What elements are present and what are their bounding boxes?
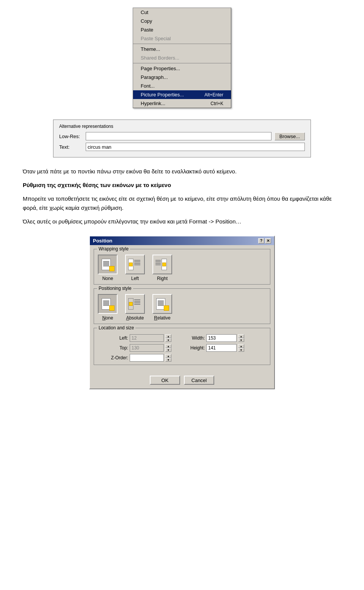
dialog-help-button[interactable]: ? — [258, 238, 264, 244]
menu-item-paste[interactable]: Paste — [133, 25, 231, 34]
pos-abs-img — [128, 298, 133, 310]
height-spinner[interactable]: ▲ ▼ — [238, 344, 249, 352]
ok-button[interactable]: OK — [150, 376, 180, 385]
top-label: Top: — [98, 345, 128, 351]
menu-item-cut[interactable]: Cut — [133, 8, 231, 17]
menu-picture-props-label: Picture Properties... — [141, 92, 184, 98]
context-menu-container: Cut Copy Paste Paste Special Theme... Sh… — [8, 8, 356, 108]
width-input[interactable] — [206, 334, 237, 342]
zorder-down[interactable]: ▼ — [165, 358, 171, 362]
menu-separator-1 — [133, 44, 231, 44]
left-spinner[interactable]: ▲ ▼ — [165, 334, 177, 342]
menu-item-hyperlink[interactable]: Hyperlink... Ctrl+K — [133, 99, 231, 108]
wrap-left-icon — [128, 258, 142, 271]
line1 — [134, 260, 140, 261]
menu-separator-2 — [133, 63, 231, 63]
wrap-right-item: Right — [152, 255, 172, 281]
paragraph-3-prefix: Όλες αυτές οι ρυθμίσεις μπορούν επιλέγον… — [23, 218, 214, 225]
wrapping-style-group: Wrapping style None — [94, 249, 270, 285]
menu-paste-special-label: Paste Special — [141, 36, 171, 41]
pos-abs-yellow — [129, 302, 133, 306]
context-menu: Cut Copy Paste Paste Special Theme... Sh… — [133, 8, 231, 108]
location-size-group: Location and size Left: ▲ ▼ Width: ▲ ▼ — [94, 328, 270, 365]
height-down[interactable]: ▼ — [238, 348, 244, 352]
alt-rep-browse-button[interactable]: Browse... — [275, 132, 305, 140]
top-input[interactable] — [130, 344, 164, 352]
wrap-right-button[interactable] — [152, 255, 172, 274]
line2 — [134, 261, 140, 262]
line3 — [134, 263, 140, 264]
heading: Ρύθμιση της σχετικής θέσης των εικόνων μ… — [23, 181, 341, 190]
dialog-body: Wrapping style None — [90, 245, 274, 373]
top-down[interactable]: ▼ — [165, 348, 171, 352]
zorder-input[interactable] — [130, 354, 164, 362]
alt-rep-low-res-row: Low-Res: Browse... — [59, 132, 305, 140]
dialog-container: Position ? ✕ Wrapping style — [8, 236, 356, 389]
width-down[interactable]: ▼ — [238, 338, 244, 342]
pos-abs-lines — [134, 299, 140, 311]
pos-abs-icon — [128, 297, 142, 311]
wrap-left-label: Left — [131, 276, 139, 281]
wrap-none-icon — [101, 258, 115, 271]
cancel-button[interactable]: Cancel — [184, 376, 214, 385]
position-dialog: Position ? ✕ Wrapping style — [89, 236, 275, 389]
positioning-icons-row: None — [98, 294, 266, 321]
height-input[interactable] — [206, 344, 237, 352]
pos-rel-label: Relative — [154, 315, 170, 321]
pos-abs-label: Absolute — [126, 315, 144, 321]
pos-abs-item: Absolute — [125, 294, 145, 321]
dialog-footer: OK Cancel — [90, 373, 274, 389]
width-spinner[interactable]: ▲ ▼ — [238, 334, 249, 342]
menu-item-copy[interactable]: Copy — [133, 17, 231, 25]
wrap-none-button[interactable] — [98, 255, 118, 274]
left-down[interactable]: ▼ — [165, 338, 171, 342]
menu-item-theme[interactable]: Theme... — [133, 45, 231, 53]
wrap-left-button[interactable] — [125, 255, 145, 274]
pos-abs-button[interactable] — [125, 294, 145, 314]
top-spinner[interactable]: ▲ ▼ — [165, 344, 177, 352]
location-size-label: Location and size — [97, 325, 135, 330]
top-up[interactable]: ▲ — [165, 344, 171, 348]
wrap-left-img — [128, 259, 133, 270]
wrap-right-label: Right — [157, 276, 168, 281]
zorder-up[interactable]: ▲ — [165, 354, 171, 358]
alt-rep-low-res-label: Low-Res: — [59, 134, 86, 139]
width-label: Width: — [178, 335, 205, 341]
zorder-spinner[interactable]: ▲ ▼ — [165, 354, 171, 362]
pos-rel-icon — [155, 297, 169, 311]
left-input[interactable] — [130, 334, 164, 342]
menu-item-page-props[interactable]: Page Properties... — [133, 64, 231, 73]
wrapping-icons-row: None — [98, 255, 266, 281]
pos-none-item: None — [98, 294, 118, 321]
height-label: Height: — [178, 345, 205, 351]
height-up[interactable]: ▲ — [238, 344, 244, 348]
menu-item-paste-special: Paste Special — [133, 34, 231, 43]
alt-rep-low-res-input[interactable] — [86, 132, 271, 140]
aline1 — [134, 299, 140, 300]
zorder-label: Z-Order: — [98, 355, 128, 360]
alt-rep-text-input[interactable] — [86, 143, 305, 151]
wrap-left-lines — [134, 260, 140, 271]
paragraph-3-suffix: Position… — [215, 218, 241, 225]
menu-item-picture-props[interactable]: Picture Properties... Alt+Enter — [133, 90, 231, 99]
aline2 — [134, 301, 140, 302]
menu-item-font[interactable]: Font... — [133, 82, 231, 90]
menu-hyperlink-label: Hyperlink... — [141, 101, 165, 106]
alt-rep-title: Alternative representations — [59, 124, 305, 129]
left-up[interactable]: ▲ — [165, 334, 171, 338]
pos-none-label: None — [102, 315, 113, 321]
menu-picture-props-shortcut: Alt+Enter — [204, 92, 223, 98]
aline3 — [134, 302, 140, 303]
menu-cut-label: Cut — [141, 9, 148, 15]
paragraph-2: Μπορείτε να τοποθετήσετε τις εικόνες είτ… — [23, 194, 341, 212]
pos-none-icon — [101, 297, 115, 311]
pos-none-button[interactable] — [98, 294, 118, 314]
alt-rep-container: Alternative representations Low-Res: Bro… — [8, 120, 356, 157]
width-up[interactable]: ▲ — [238, 334, 244, 338]
menu-item-paragraph[interactable]: Paragraph... — [133, 73, 231, 82]
dialog-close-button[interactable]: ✕ — [265, 238, 271, 244]
pos-rel-button[interactable] — [152, 294, 172, 314]
zorder-row: Z-Order: ▲ ▼ — [98, 354, 266, 362]
menu-item-shared-borders: Shared Borders... — [133, 53, 231, 62]
wrap-none-label: None — [102, 276, 113, 281]
